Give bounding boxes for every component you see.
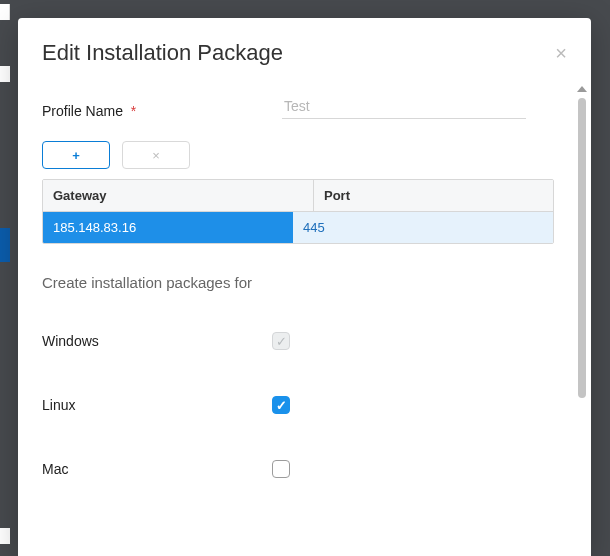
background-fragment xyxy=(0,4,10,20)
os-row-windows: Windows ✓ xyxy=(42,309,567,373)
checkbox-linux[interactable]: ✓ xyxy=(272,396,290,414)
edit-installation-package-modal: Edit Installation Package × Profile Name… xyxy=(18,18,591,556)
background-fragment xyxy=(0,228,10,262)
close-icon[interactable]: × xyxy=(555,43,567,63)
gateway-buttons: + × xyxy=(42,141,567,169)
checkbox-mac[interactable] xyxy=(272,460,290,478)
os-row-linux: Linux ✓ xyxy=(42,373,567,437)
profile-name-input[interactable] xyxy=(282,94,526,119)
column-header-port[interactable]: Port xyxy=(314,180,553,211)
os-label-linux: Linux xyxy=(42,397,272,413)
os-label-windows: Windows xyxy=(42,333,272,349)
modal-body: Profile Name * + × Gateway Port xyxy=(18,80,591,556)
background-fragment xyxy=(0,528,10,544)
plus-icon: + xyxy=(72,148,80,163)
modal-header: Edit Installation Package × xyxy=(18,18,591,76)
scrollbar[interactable] xyxy=(577,86,587,550)
modal-title: Edit Installation Package xyxy=(42,40,283,66)
gateway-grid: Gateway Port 185.148.83.16 445 xyxy=(42,179,554,244)
os-row-mac: Mac xyxy=(42,437,567,501)
checkbox-windows: ✓ xyxy=(272,332,290,350)
scrollbar-thumb[interactable] xyxy=(578,98,586,398)
add-gateway-button[interactable]: + xyxy=(42,141,110,169)
profile-name-label-text: Profile Name xyxy=(42,103,123,119)
check-icon: ✓ xyxy=(276,398,287,413)
profile-name-row: Profile Name * xyxy=(42,94,567,119)
gateway-cell[interactable]: 185.148.83.16 xyxy=(43,212,293,243)
column-header-gateway[interactable]: Gateway xyxy=(43,180,314,211)
background-fragment xyxy=(0,66,10,82)
os-label-mac: Mac xyxy=(42,461,272,477)
required-asterisk: * xyxy=(131,103,136,119)
remove-icon: × xyxy=(152,148,160,163)
profile-name-label: Profile Name * xyxy=(42,103,262,119)
modal-scroll-area: Profile Name * + × Gateway Port xyxy=(18,80,591,556)
remove-gateway-button[interactable]: × xyxy=(122,141,190,169)
port-cell[interactable]: 445 xyxy=(293,212,553,243)
gateway-grid-header: Gateway Port xyxy=(43,180,553,212)
gateway-grid-row[interactable]: 185.148.83.16 445 xyxy=(43,212,553,243)
scroll-up-icon[interactable] xyxy=(577,86,587,92)
packages-heading: Create installation packages for xyxy=(42,274,567,291)
check-icon: ✓ xyxy=(276,334,287,349)
